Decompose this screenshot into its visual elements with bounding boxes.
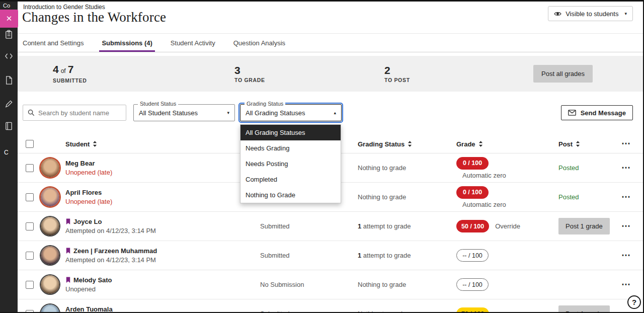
clipboard-icon[interactable] <box>4 30 14 39</box>
row-options-menu[interactable]: ⋯ <box>619 164 632 171</box>
sort-by-grading-status[interactable]: Grading Status <box>340 140 438 148</box>
avatar <box>41 304 59 313</box>
tab-content-and-settings[interactable]: Content and Settings <box>23 34 84 52</box>
row-checkbox[interactable] <box>26 310 34 313</box>
posted-status: Posted <box>558 164 579 172</box>
stat-submitted: 4of7 SUBMITTED <box>53 64 234 84</box>
table-row: Zeen | Farzeen Muhammad Attempted on 4/1… <box>18 241 643 270</box>
clipped-course-panel-text: Co <box>3 3 10 9</box>
eye-icon <box>554 11 561 17</box>
student-name-link[interactable]: Joyce Lo <box>65 218 243 225</box>
student-name-link[interactable]: Meg Bear <box>65 160 243 167</box>
sort-by-post[interactable]: Post <box>543 140 619 148</box>
pencil-icon[interactable] <box>4 99 14 109</box>
table-options-menu[interactable]: ⋯ <box>619 140 632 147</box>
help-button[interactable]: ? <box>627 295 641 309</box>
row-options-menu[interactable]: ⋯ <box>619 252 632 259</box>
assessment-submissions-page: Co ✕ C Introduction to Gender Studies Ch… <box>0 0 644 313</box>
post-grade-button[interactable]: Post 1 grade <box>558 218 610 234</box>
posted-status: Posted <box>558 193 579 201</box>
post-all-grades-button[interactable]: Post all grades <box>533 65 593 83</box>
flag-icon <box>65 218 71 225</box>
chevron-up-icon: ▴ <box>334 110 336 115</box>
dropdown-option[interactable]: All Grading Statuses <box>240 125 341 140</box>
row-checkbox[interactable] <box>26 252 34 260</box>
student-search <box>23 105 126 121</box>
tab-question-analysis[interactable]: Question Analysis <box>233 34 285 52</box>
dropdown-option[interactable]: Needs Posting <box>240 156 341 172</box>
code-icon[interactable] <box>4 51 14 61</box>
student-name-link[interactable]: Zeen | Farzeen Muhammad <box>65 247 243 255</box>
table-row: Joyce Lo Attempted on 4/12/23, 3:14 PM S… <box>18 212 643 241</box>
stat-to-post: 2 TO POST <box>384 65 410 83</box>
row-checkbox[interactable] <box>26 222 34 230</box>
grade-pill: 50 / 100 <box>456 220 489 232</box>
grade-note: Automatic zero <box>462 172 543 179</box>
grade-note: Automatic zero <box>462 201 543 208</box>
avatar <box>41 275 59 294</box>
visibility-dropdown-button[interactable]: Visible to students ▾ <box>548 6 633 21</box>
dropdown-option[interactable]: Completed <box>240 172 341 187</box>
post-grade-button[interactable]: Post 1 grade <box>558 305 610 313</box>
send-message-button[interactable]: Send Message <box>561 105 633 120</box>
collapsed-sidebar: Co ✕ C <box>0 2 18 312</box>
grading-status: Nothing to grade <box>340 310 438 313</box>
row-options-menu[interactable]: ⋯ <box>619 222 632 229</box>
filter-row: Student Status All Student Statuses ▾ Gr… <box>18 104 643 121</box>
grading-status: Nothing to grade <box>340 193 438 201</box>
page-header: Introduction to Gender Studies Changes i… <box>18 2 643 34</box>
tab-submissions[interactable]: Submissions (4) <box>102 34 152 52</box>
select-all-checkbox[interactable] <box>26 140 34 148</box>
dropdown-option[interactable]: Nothing to Grade <box>240 187 341 203</box>
sort-icon <box>408 141 412 147</box>
row-checkbox[interactable] <box>26 193 34 201</box>
table-row: Melody Sato Unopened No Submission Nothi… <box>18 270 643 299</box>
chevron-down-icon: ▾ <box>227 110 229 115</box>
grading-status: Nothing to grade <box>340 281 438 288</box>
avatar <box>41 217 59 236</box>
grade-cell: 0 / 100 Automatic zero <box>438 186 543 208</box>
flag-icon <box>65 248 71 254</box>
submission-detail: Unopened (late) <box>65 198 243 205</box>
avatar <box>41 188 59 206</box>
grade-pill: -- / 100 <box>456 278 489 291</box>
sort-by-student[interactable]: Student <box>65 140 243 148</box>
row-options-menu[interactable]: ⋯ <box>619 310 632 313</box>
row-checkbox[interactable] <box>26 281 34 289</box>
row-options-menu[interactable]: ⋯ <box>619 193 632 200</box>
grading-status-label: Grading Status <box>245 101 285 107</box>
row-checkbox[interactable] <box>26 164 34 172</box>
sort-by-grade[interactable]: Grade <box>438 140 543 148</box>
student-status-select[interactable]: Student Status All Student Statuses ▾ <box>133 104 235 121</box>
grade-note: Override <box>495 222 520 230</box>
chevron-down-icon: ▾ <box>624 11 627 16</box>
sort-icon <box>93 141 97 147</box>
grade-cell: -- / 100 <box>438 249 543 262</box>
student-name-link[interactable]: April Flores <box>65 189 243 196</box>
grade-pill: 0 / 100 <box>456 157 489 170</box>
tab-bar: Content and Settings Submissions (4) Stu… <box>18 34 643 52</box>
close-panel-button[interactable]: ✕ <box>0 10 18 28</box>
grade-pill: 70 / 100 <box>456 307 489 313</box>
student-name-link[interactable]: Arden Tuomala <box>65 305 243 313</box>
table-row: Arden Tuomala Submitted Nothing to grade… <box>18 299 643 313</box>
page-title: Changes in the Workforce <box>22 10 166 25</box>
search-input[interactable] <box>38 109 121 117</box>
grading-status: Nothing to grade <box>340 164 438 172</box>
submission-status: Submitted <box>243 310 340 313</box>
submission-status: Submitted <box>243 252 340 259</box>
tab-student-activity[interactable]: Student Activity <box>171 34 215 52</box>
document-icon[interactable] <box>4 75 14 85</box>
clipped-panel-letter: C <box>4 149 9 156</box>
journal-icon[interactable] <box>4 121 14 131</box>
submission-detail: Attempted on 4/12/23, 3:14 PM <box>65 256 243 264</box>
grading-status-select[interactable]: Grading Status All Grading Statuses ▴ <box>240 104 342 121</box>
dropdown-option[interactable]: Needs Grading <box>240 140 341 156</box>
submission-detail: Unopened <box>65 285 243 293</box>
grade-cell: 50 / 100 Override <box>438 220 543 232</box>
sort-icon <box>478 141 483 147</box>
sort-icon <box>576 141 580 147</box>
row-options-menu[interactable]: ⋯ <box>619 281 632 288</box>
student-name-link[interactable]: Melody Sato <box>65 276 243 284</box>
grade-pill: -- / 100 <box>456 249 489 262</box>
